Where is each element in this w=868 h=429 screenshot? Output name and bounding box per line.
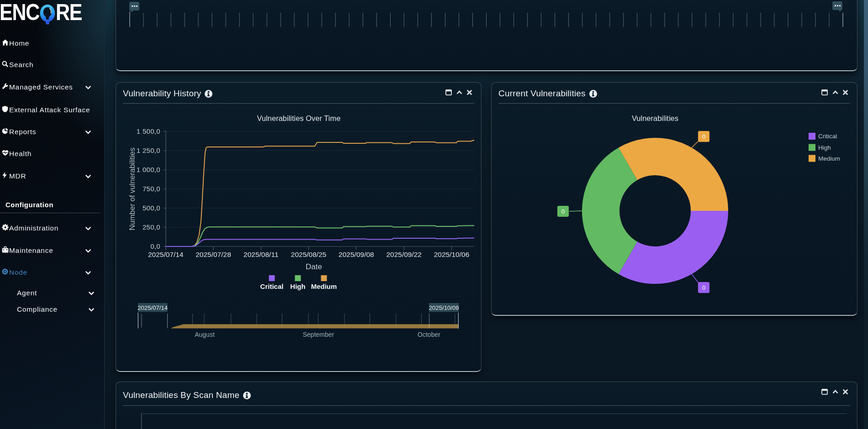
svg-text:Medium: Medium — [818, 155, 840, 162]
svg-text:2025/09/22: 2025/09/22 — [386, 251, 422, 258]
svg-text:Date: Date — [306, 262, 322, 271]
svg-text:2025/08/25: 2025/08/25 — [291, 251, 327, 258]
svg-text:High: High — [818, 144, 831, 151]
svg-text:Vulnerabilities: Vulnerabilities — [632, 114, 678, 122]
svg-text:0: 0 — [702, 284, 705, 291]
svg-text:Vulnerabilities Over Time: Vulnerabilities Over Time — [257, 114, 341, 122]
svg-text:250,0: 250,0 — [143, 223, 160, 231]
svg-text:August: August — [195, 331, 215, 338]
svg-text:Medium: Medium — [311, 283, 337, 290]
svg-text:High: High — [290, 283, 305, 290]
svg-text:2025/07/14: 2025/07/14 — [138, 304, 168, 311]
svg-text:Number of vulnerabilities: Number of vulnerabilities — [128, 147, 136, 230]
svg-text:2025/07/14: 2025/07/14 — [148, 251, 184, 258]
svg-text:1 500,0: 1 500,0 — [137, 127, 160, 135]
svg-text:750,0: 750,0 — [143, 185, 160, 193]
svg-text:500,0: 500,0 — [143, 204, 160, 212]
svg-text:Critical: Critical — [818, 133, 837, 140]
svg-text:2025/07/28: 2025/07/28 — [196, 251, 231, 258]
svg-text:0: 0 — [702, 133, 705, 140]
svg-text:Critical: Critical — [260, 283, 284, 290]
svg-text:0,0: 0,0 — [150, 242, 160, 250]
svg-text:1 250,0: 1 250,0 — [137, 146, 160, 154]
svg-text:0: 0 — [561, 208, 565, 215]
svg-text:1 000,0: 1 000,0 — [137, 166, 160, 173]
svg-text:2025/08/11: 2025/08/11 — [243, 251, 278, 258]
svg-text:2025/09/08: 2025/09/08 — [339, 251, 374, 258]
svg-text:2025/10/09: 2025/10/09 — [429, 304, 459, 311]
svg-text:September: September — [303, 331, 334, 338]
svg-text:2025/10/06: 2025/10/06 — [434, 251, 470, 258]
svg-text:October: October — [418, 331, 440, 338]
